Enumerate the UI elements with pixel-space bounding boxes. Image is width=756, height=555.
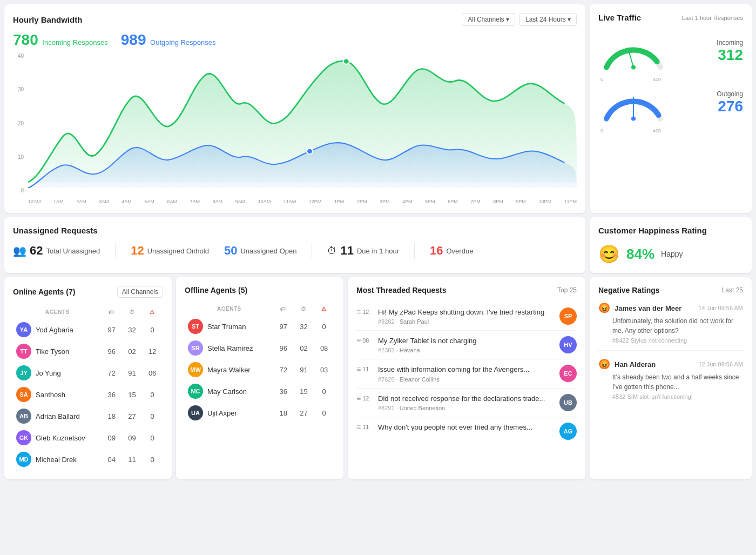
avatar: UA [188,405,203,420]
agent-name: Gleb Kuznetsov [36,434,85,442]
offline-tag-col-header: 🏷 [274,303,293,315]
thread-item: ≡ 12 Did not received response for the d… [356,389,577,417]
agent-name: Micheal Drek [36,456,77,464]
agent-name: Ujil Axper [207,409,237,417]
thread-text: Hi! My zPad Keeps shutting down. I've tr… [378,307,554,317]
due-stat: ⏱ 11 Due in 1 hour [327,244,399,258]
incoming-gauge-svg [598,31,669,74]
table-row: MW Mayra Walker 72 91 03 [186,359,334,380]
table-row: YA Yod Agbaria 97 32 0 [14,319,162,340]
open-stat: 50 Unassigned Open [224,244,297,258]
incoming-gauge-label: Incoming [717,39,743,46]
total-unassigned-label: Total Unassigned [46,247,100,255]
agent-v1: 72 [102,363,122,383]
svg-point-3 [631,65,636,70]
outgoing-value: 989 [121,31,146,48]
live-traffic-card: Live Traffic Last 1 hour Responses [590,4,752,213]
open-num: 50 [224,244,237,258]
online-agents-title: Online Agents (7) [13,287,75,296]
threaded-card: Most Threaded Requests Top 25 ≡ 12 Hi! M… [348,277,585,479]
agent-v2: 09 [123,427,142,448]
divider3 [414,243,415,259]
thread-count: ≡ 11 [356,423,373,431]
thread-item: ≡ 08 My Zylker Tablet is not charging #2… [356,331,577,359]
agent-v3: 0 [314,381,334,402]
agent-v2: 27 [123,406,142,426]
agent-v3: 06 [143,363,162,383]
neg-user-row: 😡 Han Alderan 12 Jun 09:56 AM [598,358,743,370]
table-row: GK Gleb Kuznetsov 09 09 0 [14,427,162,448]
agent-v2: 11 [123,449,142,470]
agent-v2: 15 [294,381,314,402]
unassigned-title: Unassigned Requests [13,226,577,235]
overdue-num: 16 [430,244,443,258]
x-axis-labels: 12AM 1AM 2AM 3AM 4AM 5AM 6AM 7AM 8AM 9AM… [28,199,577,204]
neg-message: Unfortunately, the solution did not work… [612,316,743,336]
outgoing-gauge-item: 0 400 Outgoing 276 [598,82,743,123]
outgoing-gauge-label: Outgoing [717,90,743,98]
agent-v1: 72 [274,359,293,380]
offline-agents-col-header: AGENTS [186,303,273,315]
outgoing-gauge: 0 400 [598,82,663,123]
agent-v2: 91 [294,359,314,380]
table-row: SR Stella Ramirez 96 02 08 [186,338,334,358]
agent-v2: 27 [294,403,314,423]
offline-agents-table: AGENTS 🏷 ⏱ ⚠ ST Star Truman 97 32 0 SR S… [185,302,335,424]
svg-point-5 [631,117,636,121]
negative-item: 😡 James van der Meer 14 Jun 09:56 AM Unf… [598,302,743,351]
onhold-label: Unassigned Onhold [147,247,209,255]
offline-agents-card: Offline Agents (5) AGENTS 🏷 ⏱ ⚠ ST Star … [176,277,343,479]
unassigned-card: Unassigned Requests 👥 62 Total Unassigne… [4,217,585,273]
incoming-gauge-value: 312 [717,46,743,64]
outgoing-gauge-value: 276 [717,98,743,115]
thread-item: ≡ 11 Why don't you people not ever tried… [356,417,577,445]
bottom-row: Online Agents (7) All Channels AGENTS 🏷 … [4,277,752,479]
onhold-stat: 12 Unassigned Onhold [131,244,209,258]
gauge-section: 0 400 Incoming 312 [598,31,743,123]
avatar: GK [16,430,31,445]
neg-user-row: 😡 James van der Meer 14 Jun 09:56 AM [598,302,743,314]
thread-text: Did not received response for the declar… [378,394,554,404]
total-unassigned-stat: 👥 62 Total Unassigned [13,244,100,258]
time-filter[interactable]: Last 24 Hours ▾ [519,13,577,26]
onhold-num: 12 [131,244,144,258]
channel-filter[interactable]: All Channels ▾ [462,13,515,26]
agent-v2: 32 [294,316,314,337]
agent-name: Mayra Walker [207,366,251,374]
agent-v3: 0 [314,403,334,423]
svg-point-0 [343,58,349,64]
neg-date: 14 Jun 09:56 AM [698,305,743,311]
happiness-label: Happy [661,250,683,258]
thread-count: ≡ 12 [356,394,373,403]
gauge-max2: 400 [653,128,661,133]
offline-time-col-header: ⏱ [294,303,314,315]
negative-emoji-icon: 😡 [598,302,610,314]
bandwidth-title: Hourly Bandwidth [13,15,82,24]
happiness-title: Customer Happiness Rating [598,226,743,235]
agent-name: May Carlson [207,387,247,396]
agent-v1: 97 [102,319,122,340]
outgoing-label: Outgoing Responses [150,38,215,46]
chart-svg [28,53,577,193]
thread-body: Issue with information coming for the Av… [378,365,554,382]
thread-count: ≡ 08 [356,336,373,345]
agent-v1: 09 [102,427,122,448]
agent-v2: 32 [123,319,142,340]
online-agents-filter[interactable]: All Channels [117,286,163,298]
incoming-stat: 780 Incoming Responses [13,31,108,49]
agent-v2: 15 [123,384,142,405]
thread-meta: #7625 · Eleanor Collins [378,376,554,383]
people-icon: 👥 [13,244,26,257]
negative-emoji-icon: 😡 [598,358,610,370]
negative-items: 😡 James van der Meer 14 Jun 09:56 AM Unf… [598,302,743,400]
table-row: UA Ujil Axper 18 27 0 [186,403,334,423]
negative-badge: Last 25 [722,286,743,294]
total-unassigned-num: 62 [30,244,43,258]
offline-agents-title: Offline Agents (5) [185,286,247,295]
overdue-label: Overdue [447,247,474,255]
incoming-gauge-info: Incoming 312 [717,39,743,64]
happiness-percentage: 84% [626,246,654,263]
agent-v3: 0 [143,427,162,448]
threaded-badge: Top 25 [557,286,577,294]
bandwidth-card: Hourly Bandwidth All Channels ▾ Last 24 … [4,4,585,213]
